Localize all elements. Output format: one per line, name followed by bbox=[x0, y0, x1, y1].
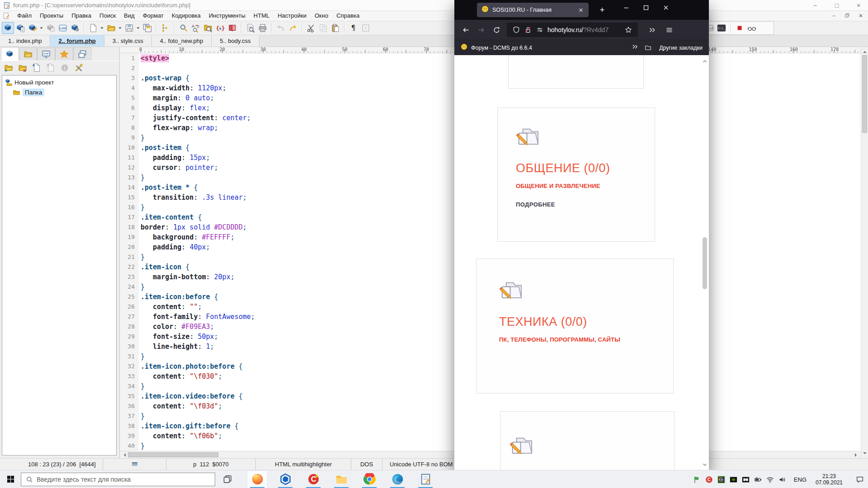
menu-3[interactable]: Поиск bbox=[95, 12, 120, 19]
editor-close-button[interactable]: × bbox=[854, 2, 863, 9]
tray-flag[interactable] bbox=[691, 470, 703, 488]
menu-6[interactable]: Кодировка bbox=[168, 12, 205, 19]
tree-item[interactable]: Папка bbox=[3, 87, 115, 97]
add-folder-button[interactable]: + bbox=[2, 62, 15, 74]
menu-11[interactable]: Справка bbox=[332, 12, 363, 19]
taskbar-explorer[interactable] bbox=[331, 470, 352, 488]
taskbar-firefox[interactable] bbox=[247, 470, 268, 488]
vertical-scroll-thumb[interactable] bbox=[862, 55, 867, 133]
scroll-down-arrow-icon[interactable] bbox=[863, 452, 867, 456]
menu-4[interactable]: Вид bbox=[120, 12, 139, 19]
taskbar-chrome[interactable] bbox=[359, 470, 380, 488]
paste-button[interactable] bbox=[329, 22, 341, 34]
tray-dolby[interactable] bbox=[740, 470, 752, 488]
save-file-button[interactable] bbox=[123, 22, 135, 34]
pilcrow-button[interactable]: ¶ bbox=[347, 22, 359, 34]
new-tab-button[interactable]: + bbox=[595, 4, 609, 16]
bookmarks-overflow-icon[interactable] bbox=[632, 43, 638, 52]
help-book-button[interactable] bbox=[226, 22, 238, 34]
scroll-left-arrow-icon[interactable] bbox=[122, 453, 126, 457]
project-settings-button[interactable] bbox=[69, 22, 81, 34]
new-file-dropdown[interactable] bbox=[99, 22, 105, 34]
editor-vertical-scrollbar[interactable] bbox=[861, 47, 868, 458]
scroll-up-arrow-icon[interactable] bbox=[863, 49, 867, 53]
menu-0[interactable]: Файл bbox=[13, 12, 36, 19]
taskbar-editor[interactable] bbox=[415, 470, 436, 488]
bookmark-star-icon[interactable] bbox=[623, 24, 634, 36]
mdi-minimize-button[interactable]: − bbox=[830, 13, 837, 19]
editor-tab-5[interactable]: 5.. body.css bbox=[212, 35, 259, 47]
overflow-chevrons-icon[interactable] bbox=[644, 22, 660, 38]
taskbar-search[interactable] bbox=[21, 473, 215, 486]
menu-2[interactable]: Правка bbox=[67, 12, 95, 19]
project-save-button[interactable] bbox=[44, 22, 57, 34]
sidebar-tab-windows[interactable] bbox=[73, 47, 91, 61]
forum-category-card[interactable] bbox=[508, 55, 644, 89]
category-title[interactable]: ТЕХНИКА (0/0) bbox=[499, 315, 651, 329]
project-info-button[interactable]: i bbox=[58, 62, 71, 74]
sidebar-tab-ftp[interactable]: FTP bbox=[37, 47, 55, 61]
preview-button[interactable] bbox=[244, 22, 256, 34]
log-window-button[interactable]: LOG bbox=[57, 22, 69, 34]
scrollbar-down-icon[interactable] bbox=[702, 461, 708, 468]
forum-category-card[interactable]: ТЕХНИКА (0/0)ПК, ТЕЛЕФОНЫ, ПОРОГРАММЫ, С… bbox=[476, 258, 674, 394]
editor-maximize-button[interactable]: □ bbox=[832, 2, 842, 9]
reading-glasses-button[interactable] bbox=[745, 22, 758, 34]
shield-icon[interactable] bbox=[510, 24, 522, 36]
permissions-icon[interactable] bbox=[534, 24, 546, 36]
other-bookmarks-button[interactable]: Другие закладки bbox=[659, 45, 703, 51]
menu-hamburger-icon[interactable] bbox=[661, 22, 677, 38]
print-button[interactable] bbox=[256, 22, 269, 34]
record-macro-button[interactable] bbox=[733, 22, 745, 34]
editor-tab-2[interactable]: 2.. forum.php bbox=[50, 35, 104, 47]
scroll-right-arrow-icon[interactable] bbox=[855, 453, 859, 457]
redo-button[interactable] bbox=[287, 22, 299, 34]
page-scroll-thumb[interactable] bbox=[703, 237, 707, 289]
save-all-button[interactable] bbox=[141, 22, 153, 34]
page-scrollbar[interactable] bbox=[702, 55, 708, 470]
project-edit-button[interactable] bbox=[26, 22, 38, 34]
mdi-restore-button[interactable] bbox=[844, 13, 851, 19]
tray-wifi[interactable] bbox=[764, 470, 776, 488]
mdi-close-button[interactable]: ✕ bbox=[857, 13, 864, 19]
menu-9[interactable]: Настройки bbox=[274, 12, 311, 19]
category-title[interactable]: ОБЩЕНИЕ (0/0) bbox=[516, 161, 637, 175]
insecure-lock-icon[interactable] bbox=[522, 24, 534, 36]
search-input[interactable] bbox=[37, 476, 215, 483]
url-bar[interactable]: hohotylov.ru/?Rv4dd7 bbox=[507, 23, 638, 37]
project-open-button[interactable] bbox=[14, 22, 26, 34]
horizontal-scroll-thumb[interactable] bbox=[128, 452, 218, 457]
taskbar-hexagon-app[interactable] bbox=[275, 470, 296, 488]
tray-volume[interactable] bbox=[776, 470, 788, 488]
sidebar-tab-favorites[interactable] bbox=[55, 47, 73, 61]
cut-button[interactable] bbox=[305, 22, 317, 34]
add-file-button[interactable]: + bbox=[30, 62, 43, 74]
browser-tab[interactable]: SOSI100.RU - Главная ✕ bbox=[477, 3, 589, 17]
taskbar-clock[interactable]: 21:23 07.09.2021 bbox=[812, 473, 851, 486]
forward-button[interactable] bbox=[473, 22, 489, 38]
special-chars-button[interactable]: · bbox=[359, 22, 372, 34]
forum-category-card[interactable] bbox=[500, 411, 675, 470]
tray-ccleaner[interactable]: C bbox=[703, 470, 715, 488]
tray-battery[interactable] bbox=[752, 470, 764, 488]
editor-tab-3[interactable]: 3.. style.css bbox=[104, 35, 152, 47]
code-explorer-button[interactable] bbox=[159, 22, 171, 34]
project-more-dropdown[interactable] bbox=[38, 22, 44, 34]
code-clips-button[interactable]: {+} bbox=[214, 22, 226, 34]
notification-center-icon[interactable] bbox=[851, 470, 868, 488]
save-file-dropdown[interactable] bbox=[135, 22, 141, 34]
project-cube-button[interactable] bbox=[2, 22, 14, 34]
bookmark-item[interactable]: Форум - DCMS до 6.6.4 bbox=[461, 43, 532, 52]
tray-nvidia[interactable] bbox=[727, 470, 740, 488]
editor-tab-4[interactable]: 4.. foto_new.php bbox=[152, 35, 212, 47]
scrollbar-up-icon[interactable] bbox=[702, 58, 708, 65]
remove-file-button[interactable]: ✕ bbox=[44, 62, 57, 74]
open-file-dropdown[interactable] bbox=[117, 22, 123, 34]
menu-8[interactable]: HTML bbox=[250, 12, 274, 19]
browser-maximize-button[interactable] bbox=[636, 0, 656, 15]
search-in-files-button[interactable] bbox=[202, 22, 214, 34]
replace-button[interactable]: A2 bbox=[189, 22, 202, 34]
project-tools-button[interactable] bbox=[72, 62, 85, 74]
menu-1[interactable]: Проекты bbox=[36, 12, 67, 19]
menu-5[interactable]: Формат bbox=[139, 12, 168, 19]
